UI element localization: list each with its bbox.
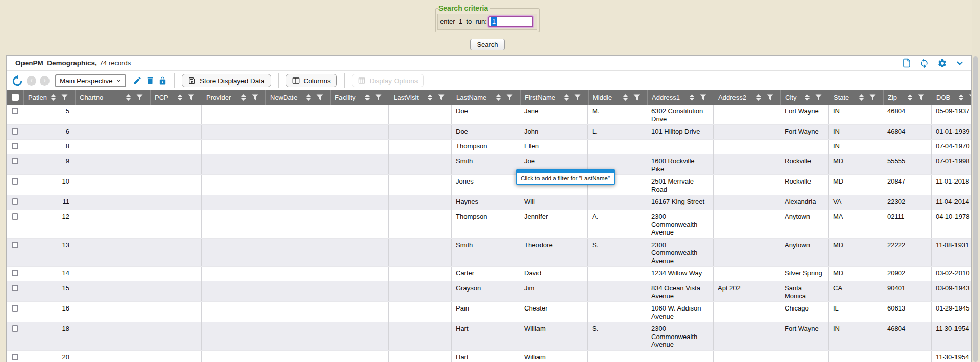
sort-icon[interactable]: [689, 94, 695, 101]
column-header-newdate[interactable]: NewDate: [265, 90, 330, 105]
column-header-patientid[interactable]: PatientID: [23, 90, 75, 105]
cell-facility: [330, 140, 389, 154]
sort-icon[interactable]: [496, 94, 501, 101]
cell-patientid: 9: [23, 154, 75, 174]
cell-pcp: [150, 281, 202, 301]
cell-zip: 46804: [883, 105, 932, 124]
column-header-provider[interactable]: Provider: [202, 90, 265, 105]
row-checkbox[interactable]: [12, 108, 18, 114]
filter-funnel-icon[interactable]: [506, 94, 513, 101]
row-checkbox[interactable]: [12, 198, 18, 205]
cell-dob: 05-09-1937: [932, 105, 972, 124]
sort-icon[interactable]: [51, 94, 56, 101]
nav-back-button[interactable]: ‹: [27, 76, 36, 86]
column-header-middle[interactable]: Middle: [588, 90, 647, 105]
column-header-pcp[interactable]: PCP: [150, 90, 202, 105]
cell-patientid: 12: [23, 210, 75, 238]
select-all-checkbox[interactable]: [12, 94, 19, 101]
column-header-facility[interactable]: Facility: [330, 90, 389, 105]
cell-address1: 834 Ocean Vista Avenue: [647, 281, 714, 301]
sort-icon[interactable]: [804, 94, 810, 101]
perspective-select[interactable]: Main Perspective: [55, 74, 126, 87]
sort-icon[interactable]: [859, 94, 864, 101]
column-header-dob[interactable]: DOB: [932, 90, 972, 105]
column-header-address2[interactable]: Address2: [714, 90, 780, 105]
search-button[interactable]: Search: [470, 39, 504, 50]
filter-funnel-icon[interactable]: [316, 94, 323, 101]
cell-patientid: 14: [23, 267, 75, 281]
row-checkbox[interactable]: [12, 178, 18, 185]
sort-icon[interactable]: [241, 94, 247, 101]
page-scrollbar-track[interactable]: [972, 0, 980, 362]
sort-icon[interactable]: [564, 94, 569, 101]
filter-funnel-icon[interactable]: [61, 94, 68, 101]
sort-icon[interactable]: [306, 94, 311, 101]
filter-funnel-icon[interactable]: [188, 94, 194, 101]
sort-icon[interactable]: [907, 94, 913, 101]
column-header-firstname[interactable]: FirstName: [520, 90, 588, 105]
table-row: 9SmithJoe1600 Rockville PikeRockvilleMD5…: [7, 154, 972, 175]
cell-provider: [202, 195, 265, 210]
column-header-lastname[interactable]: LastName: [452, 90, 520, 105]
column-header-chartno[interactable]: Chartno: [75, 90, 150, 105]
filter-funnel-icon[interactable]: [700, 94, 706, 101]
sort-icon[interactable]: [177, 94, 183, 101]
filter-funnel-icon[interactable]: [815, 94, 822, 101]
row-checkbox[interactable]: [12, 158, 18, 164]
row-checkbox[interactable]: [12, 325, 18, 332]
row-checkbox[interactable]: [12, 213, 18, 220]
cell-patientid: 15: [23, 281, 75, 301]
filter-funnel-icon[interactable]: [375, 94, 382, 101]
column-header-address1[interactable]: Address1: [647, 90, 714, 105]
column-header-state[interactable]: State: [829, 90, 883, 105]
column-header-city[interactable]: City: [780, 90, 829, 105]
column-header-lastvisit[interactable]: LastVisit: [389, 90, 452, 105]
columns-button[interactable]: Columns: [286, 74, 337, 87]
filter-funnel-icon[interactable]: [438, 94, 445, 101]
perspective-select-value: Main Perspective: [60, 77, 114, 85]
undo-icon[interactable]: [12, 75, 23, 86]
cell-pcp: [150, 351, 202, 362]
page-scrollbar-thumb[interactable]: [973, 56, 978, 362]
row-checkbox-cell: [7, 105, 23, 124]
cell-lastname: Jones: [452, 175, 520, 195]
filter-funnel-icon[interactable]: [252, 94, 258, 101]
sort-icon[interactable]: [427, 94, 433, 101]
nav-forward-button[interactable]: ›: [40, 76, 50, 86]
filter-funnel-icon[interactable]: [767, 94, 773, 101]
filter-funnel-icon[interactable]: [633, 94, 640, 101]
cell-firstname: David: [520, 267, 588, 281]
sort-icon[interactable]: [623, 94, 628, 101]
sort-icon[interactable]: [364, 94, 370, 101]
display-options-button[interactable]: Display Options: [352, 74, 424, 87]
filter-funnel-icon[interactable]: [574, 94, 581, 101]
filter-funnel-icon[interactable]: [136, 94, 143, 101]
delete-trash-icon[interactable]: [145, 76, 155, 85]
column-header-zip[interactable]: Zip: [883, 90, 932, 105]
sort-icon: [126, 94, 131, 101]
row-checkbox[interactable]: [12, 305, 18, 312]
enter-1-to-run-input[interactable]: 1: [488, 16, 533, 27]
cell-patientid: 5: [23, 105, 75, 124]
sort-icon[interactable]: [756, 94, 762, 101]
row-checkbox[interactable]: [12, 354, 18, 360]
toolbar-separator: [278, 73, 279, 88]
row-checkbox[interactable]: [12, 285, 18, 291]
lock-icon[interactable]: [158, 76, 167, 85]
cell-lastvisit: [389, 105, 452, 124]
filter-funnel-icon[interactable]: [918, 94, 924, 101]
filter-funnel-icon[interactable]: [869, 94, 876, 101]
row-checkbox[interactable]: [12, 128, 18, 135]
row-checkbox[interactable]: [12, 242, 18, 248]
store-displayed-data-button[interactable]: Store Displayed Data: [182, 74, 271, 87]
row-checkbox[interactable]: [12, 270, 18, 276]
cell-lastvisit: [389, 154, 452, 174]
row-checkbox[interactable]: [12, 143, 18, 149]
new-document-icon[interactable]: [902, 58, 912, 68]
sort-icon[interactable]: [958, 94, 964, 101]
refresh-icon[interactable]: [919, 58, 929, 68]
settings-gear-icon[interactable]: [937, 58, 947, 68]
sort-icon[interactable]: [126, 94, 131, 101]
collapse-chevron-icon[interactable]: [955, 59, 964, 68]
edit-pencil-icon[interactable]: [133, 76, 142, 85]
